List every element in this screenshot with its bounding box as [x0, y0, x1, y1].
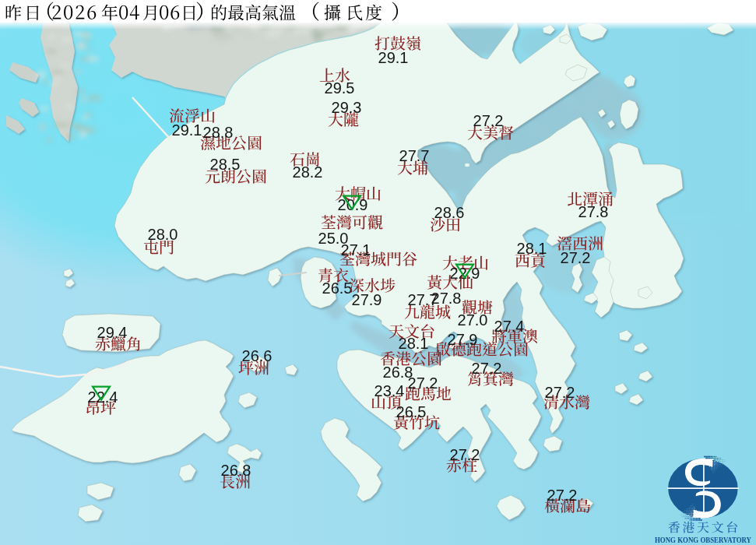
svg-text:27.9: 27.9: [352, 291, 382, 308]
svg-text:27.2: 27.2: [472, 360, 502, 377]
svg-text:27.2: 27.2: [408, 374, 438, 392]
svg-text:29.5: 29.5: [325, 79, 355, 97]
svg-text:26.5: 26.5: [396, 403, 427, 420]
svg-text:27.0: 27.0: [458, 311, 488, 329]
svg-text:26.6: 26.6: [242, 347, 273, 364]
svg-text:28.2: 28.2: [293, 164, 323, 181]
svg-text:27.9: 27.9: [448, 331, 478, 348]
svg-text:27.8: 27.8: [578, 203, 609, 220]
svg-text:27.1: 27.1: [341, 241, 371, 258]
svg-text:27.2: 27.2: [547, 487, 578, 504]
svg-text:22.9: 22.9: [450, 265, 480, 282]
svg-text:27.2: 27.2: [545, 384, 575, 401]
svg-text:28.6: 28.6: [434, 204, 465, 221]
svg-text:27.7: 27.7: [408, 291, 438, 308]
svg-text:29.1: 29.1: [172, 121, 202, 139]
svg-text:29.3: 29.3: [332, 99, 362, 116]
svg-text:HONG KONG OBSERVATORY: HONG KONG OBSERVATORY: [655, 535, 751, 544]
svg-text:27.2: 27.2: [561, 249, 591, 266]
svg-text:20.9: 20.9: [338, 196, 368, 213]
svg-text:26.5: 26.5: [322, 280, 353, 297]
svg-text:27.2: 27.2: [450, 446, 480, 463]
svg-text:28.1: 28.1: [399, 335, 429, 352]
svg-text:27.2: 27.2: [473, 112, 504, 129]
svg-text:28.0: 28.0: [148, 226, 178, 243]
svg-text:27.4: 27.4: [494, 318, 525, 335]
svg-text:27.7: 27.7: [399, 147, 430, 164]
svg-text:23.4: 23.4: [374, 382, 405, 399]
svg-text:28.1: 28.1: [517, 240, 547, 257]
svg-text:26.8: 26.8: [221, 462, 251, 479]
svg-text:28.5: 28.5: [210, 156, 241, 173]
svg-text:29.1: 29.1: [378, 49, 409, 66]
svg-text:29.4: 29.4: [97, 324, 128, 341]
svg-text:28.8: 28.8: [203, 124, 234, 141]
